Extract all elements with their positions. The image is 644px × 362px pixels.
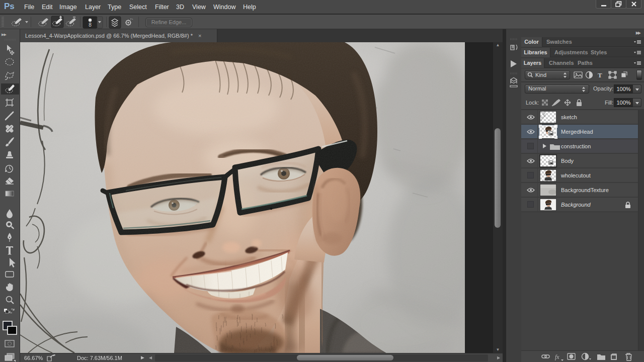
svg-text:Kind: Kind: [535, 72, 546, 78]
svg-text:▶▶: ▶▶: [2, 33, 7, 36]
svg-text:fx: fx: [555, 353, 559, 360]
svg-text:8: 8: [89, 22, 92, 28]
svg-text:T: T: [598, 71, 602, 79]
